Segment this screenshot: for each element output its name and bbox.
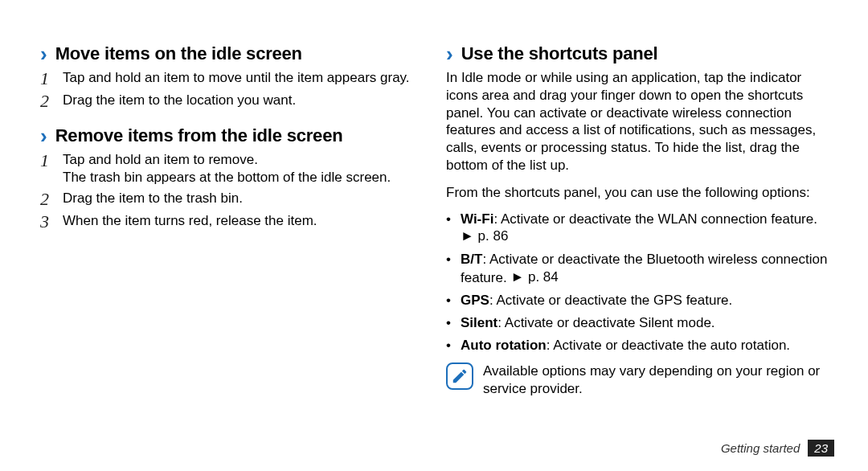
section-heading-shortcuts: › Use the shortcuts panel — [446, 43, 836, 64]
option-item: Wi-Fi: Activate or deactivate the WLAN c… — [446, 211, 836, 246]
option-desc: : Activate or deactivate the WLAN connec… — [493, 211, 817, 227]
note-text: Available options may vary depending on … — [483, 362, 836, 398]
steps-remove-items: 1 Tap and hold an item to remove. The tr… — [40, 151, 419, 231]
option-item: B/T: Activate or deactivate the Bluetoot… — [446, 251, 836, 286]
steps-move-items: 1 Tap and hold an item to move until the… — [40, 69, 419, 111]
chevron-icon: › — [446, 43, 453, 64]
chevron-icon: › — [40, 43, 47, 64]
step-number: 3 — [40, 212, 63, 231]
step-item: 2 Drag the item to the trash bin. — [40, 190, 419, 209]
left-column: › Move items on the idle screen 1 Tap an… — [40, 40, 438, 455]
right-column: › Use the shortcuts panel In Idle mode o… — [438, 40, 836, 455]
manual-page: › Move items on the idle screen 1 Tap an… — [0, 0, 868, 471]
option-label: Auto rotation — [461, 338, 547, 353]
step-item: 1 Tap and hold an item to remove. The tr… — [40, 151, 419, 186]
option-label: B/T — [461, 252, 482, 267]
step-item: 3 When the item turns red, release the i… — [40, 212, 419, 231]
step-item: 1 Tap and hold an item to move until the… — [40, 69, 419, 88]
option-item: Silent: Activate or deactivate Silent mo… — [446, 314, 836, 332]
section-title: Move items on the idle screen — [55, 43, 302, 64]
step-number: 2 — [40, 92, 63, 111]
option-desc: : Activate or deactivate the GPS feature… — [489, 293, 732, 308]
option-label: GPS — [461, 293, 489, 308]
intro-paragraph: In Idle mode or while using an applicati… — [446, 69, 836, 174]
note-block: Available options may vary depending on … — [446, 362, 836, 398]
option-item: GPS: Activate or deactivate the GPS feat… — [446, 292, 836, 309]
option-desc: : Activate or deactivate Silent mode. — [497, 315, 714, 330]
step-text: When the item turns red, release the ite… — [63, 212, 419, 231]
step-number: 1 — [40, 151, 63, 186]
footer-page-number: 23 — [808, 440, 834, 457]
step-text: Drag the item to the trash bin. — [63, 190, 419, 209]
options-list: Wi-Fi: Activate or deactivate the WLAN c… — [446, 211, 836, 354]
option-label: Silent — [461, 315, 497, 330]
option-desc: : Activate or deactivate the auto rotati… — [547, 338, 790, 353]
step-number: 2 — [40, 190, 63, 209]
note-icon — [446, 362, 473, 390]
lead-paragraph: From the shortcuts panel, you can use th… — [446, 184, 836, 202]
pencil-icon — [451, 367, 469, 385]
section-title: Remove items from the idle screen — [55, 125, 343, 146]
step-item: 2 Drag the item to the location you want… — [40, 92, 419, 111]
footer-section-name: Getting started — [721, 441, 800, 455]
step-text: Tap and hold an item to remove. The tras… — [63, 151, 419, 186]
chevron-icon: › — [40, 125, 47, 146]
section-heading-move-items: › Move items on the idle screen — [40, 43, 419, 64]
option-item: Auto rotation: Activate or deactivate th… — [446, 337, 836, 354]
step-number: 1 — [40, 69, 63, 88]
page-ref: ► p. 84 — [510, 268, 558, 286]
page-footer: Getting started 23 — [721, 440, 834, 457]
section-title: Use the shortcuts panel — [461, 43, 658, 64]
section-heading-remove-items: › Remove items from the idle screen — [40, 125, 419, 146]
page-ref: ► p. 86 — [461, 227, 508, 245]
step-text: Drag the item to the location you want. — [63, 92, 419, 111]
option-label: Wi-Fi — [461, 211, 493, 227]
step-text: Tap and hold an item to move until the i… — [63, 69, 419, 88]
